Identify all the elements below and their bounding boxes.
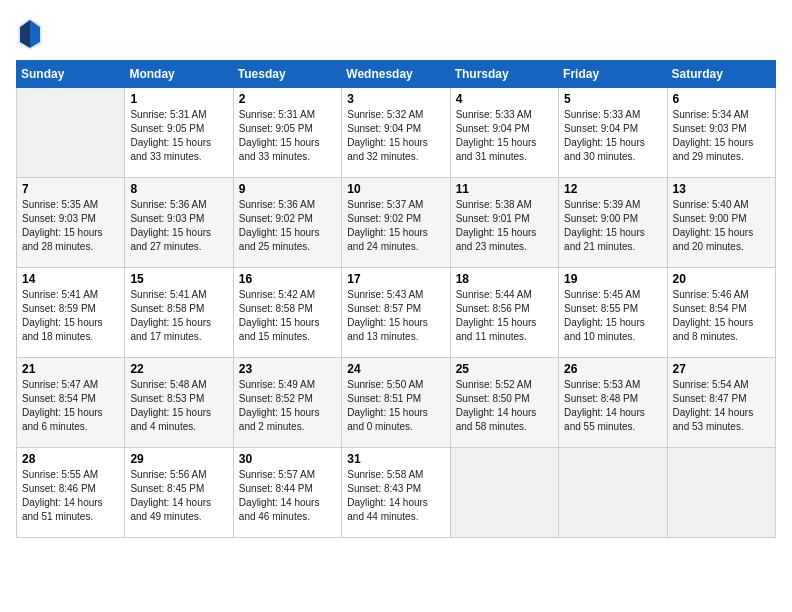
day-number: 30 <box>239 452 336 466</box>
calendar-week-1: 1Sunrise: 5:31 AMSunset: 9:05 PMDaylight… <box>17 88 776 178</box>
sunrise-text: Sunrise: 5:38 AM <box>456 198 553 212</box>
sunset-text: Sunset: 8:59 PM <box>22 302 119 316</box>
sunset-text: Sunset: 9:04 PM <box>347 122 444 136</box>
day-number: 5 <box>564 92 661 106</box>
calendar-cell: 6Sunrise: 5:34 AMSunset: 9:03 PMDaylight… <box>667 88 775 178</box>
day-info: Sunrise: 5:38 AMSunset: 9:01 PMDaylight:… <box>456 198 553 254</box>
sunset-text: Sunset: 9:03 PM <box>130 212 227 226</box>
daylight-text: Daylight: 14 hours and 49 minutes. <box>130 496 227 524</box>
sunrise-text: Sunrise: 5:42 AM <box>239 288 336 302</box>
calendar-cell: 1Sunrise: 5:31 AMSunset: 9:05 PMDaylight… <box>125 88 233 178</box>
day-info: Sunrise: 5:48 AMSunset: 8:53 PMDaylight:… <box>130 378 227 434</box>
calendar-cell <box>667 448 775 538</box>
day-info: Sunrise: 5:43 AMSunset: 8:57 PMDaylight:… <box>347 288 444 344</box>
day-number: 2 <box>239 92 336 106</box>
sunset-text: Sunset: 8:58 PM <box>239 302 336 316</box>
weekday-header-saturday: Saturday <box>667 61 775 88</box>
day-number: 31 <box>347 452 444 466</box>
calendar-cell: 15Sunrise: 5:41 AMSunset: 8:58 PMDayligh… <box>125 268 233 358</box>
calendar-week-2: 7Sunrise: 5:35 AMSunset: 9:03 PMDaylight… <box>17 178 776 268</box>
day-number: 29 <box>130 452 227 466</box>
day-number: 14 <box>22 272 119 286</box>
calendar-body: 1Sunrise: 5:31 AMSunset: 9:05 PMDaylight… <box>17 88 776 538</box>
day-info: Sunrise: 5:58 AMSunset: 8:43 PMDaylight:… <box>347 468 444 524</box>
day-info: Sunrise: 5:34 AMSunset: 9:03 PMDaylight:… <box>673 108 770 164</box>
calendar-table: SundayMondayTuesdayWednesdayThursdayFrid… <box>16 60 776 538</box>
calendar-cell: 25Sunrise: 5:52 AMSunset: 8:50 PMDayligh… <box>450 358 558 448</box>
sunset-text: Sunset: 8:54 PM <box>673 302 770 316</box>
daylight-text: Daylight: 15 hours and 4 minutes. <box>130 406 227 434</box>
sunset-text: Sunset: 9:01 PM <box>456 212 553 226</box>
sunset-text: Sunset: 9:04 PM <box>456 122 553 136</box>
daylight-text: Daylight: 15 hours and 13 minutes. <box>347 316 444 344</box>
day-info: Sunrise: 5:37 AMSunset: 9:02 PMDaylight:… <box>347 198 444 254</box>
daylight-text: Daylight: 15 hours and 20 minutes. <box>673 226 770 254</box>
day-number: 1 <box>130 92 227 106</box>
calendar-cell: 14Sunrise: 5:41 AMSunset: 8:59 PMDayligh… <box>17 268 125 358</box>
sunrise-text: Sunrise: 5:31 AM <box>239 108 336 122</box>
calendar-cell: 29Sunrise: 5:56 AMSunset: 8:45 PMDayligh… <box>125 448 233 538</box>
calendar-cell: 30Sunrise: 5:57 AMSunset: 8:44 PMDayligh… <box>233 448 341 538</box>
sunrise-text: Sunrise: 5:35 AM <box>22 198 119 212</box>
daylight-text: Daylight: 15 hours and 30 minutes. <box>564 136 661 164</box>
day-info: Sunrise: 5:49 AMSunset: 8:52 PMDaylight:… <box>239 378 336 434</box>
day-info: Sunrise: 5:50 AMSunset: 8:51 PMDaylight:… <box>347 378 444 434</box>
sunset-text: Sunset: 8:54 PM <box>22 392 119 406</box>
calendar-cell: 7Sunrise: 5:35 AMSunset: 9:03 PMDaylight… <box>17 178 125 268</box>
daylight-text: Daylight: 15 hours and 31 minutes. <box>456 136 553 164</box>
weekday-header-sunday: Sunday <box>17 61 125 88</box>
day-info: Sunrise: 5:55 AMSunset: 8:46 PMDaylight:… <box>22 468 119 524</box>
weekday-header-friday: Friday <box>559 61 667 88</box>
day-number: 3 <box>347 92 444 106</box>
day-number: 4 <box>456 92 553 106</box>
sunrise-text: Sunrise: 5:46 AM <box>673 288 770 302</box>
sunrise-text: Sunrise: 5:33 AM <box>564 108 661 122</box>
calendar-cell: 26Sunrise: 5:53 AMSunset: 8:48 PMDayligh… <box>559 358 667 448</box>
daylight-text: Daylight: 15 hours and 2 minutes. <box>239 406 336 434</box>
sunrise-text: Sunrise: 5:43 AM <box>347 288 444 302</box>
daylight-text: Daylight: 15 hours and 10 minutes. <box>564 316 661 344</box>
day-info: Sunrise: 5:35 AMSunset: 9:03 PMDaylight:… <box>22 198 119 254</box>
day-info: Sunrise: 5:36 AMSunset: 9:03 PMDaylight:… <box>130 198 227 254</box>
daylight-text: Daylight: 14 hours and 53 minutes. <box>673 406 770 434</box>
daylight-text: Daylight: 15 hours and 11 minutes. <box>456 316 553 344</box>
day-number: 10 <box>347 182 444 196</box>
sunset-text: Sunset: 9:00 PM <box>564 212 661 226</box>
day-info: Sunrise: 5:41 AMSunset: 8:58 PMDaylight:… <box>130 288 227 344</box>
sunrise-text: Sunrise: 5:40 AM <box>673 198 770 212</box>
daylight-text: Daylight: 15 hours and 33 minutes. <box>239 136 336 164</box>
sunrise-text: Sunrise: 5:53 AM <box>564 378 661 392</box>
sunset-text: Sunset: 9:05 PM <box>130 122 227 136</box>
calendar-cell: 28Sunrise: 5:55 AMSunset: 8:46 PMDayligh… <box>17 448 125 538</box>
daylight-text: Daylight: 14 hours and 46 minutes. <box>239 496 336 524</box>
sunset-text: Sunset: 8:43 PM <box>347 482 444 496</box>
calendar-cell: 12Sunrise: 5:39 AMSunset: 9:00 PMDayligh… <box>559 178 667 268</box>
daylight-text: Daylight: 15 hours and 17 minutes. <box>130 316 227 344</box>
sunrise-text: Sunrise: 5:58 AM <box>347 468 444 482</box>
sunrise-text: Sunrise: 5:47 AM <box>22 378 119 392</box>
sunrise-text: Sunrise: 5:36 AM <box>239 198 336 212</box>
daylight-text: Daylight: 15 hours and 0 minutes. <box>347 406 444 434</box>
day-info: Sunrise: 5:31 AMSunset: 9:05 PMDaylight:… <box>130 108 227 164</box>
sunrise-text: Sunrise: 5:54 AM <box>673 378 770 392</box>
day-number: 11 <box>456 182 553 196</box>
calendar-cell: 23Sunrise: 5:49 AMSunset: 8:52 PMDayligh… <box>233 358 341 448</box>
sunrise-text: Sunrise: 5:41 AM <box>130 288 227 302</box>
calendar-cell <box>450 448 558 538</box>
calendar-cell: 20Sunrise: 5:46 AMSunset: 8:54 PMDayligh… <box>667 268 775 358</box>
day-info: Sunrise: 5:56 AMSunset: 8:45 PMDaylight:… <box>130 468 227 524</box>
day-number: 27 <box>673 362 770 376</box>
sunset-text: Sunset: 9:03 PM <box>673 122 770 136</box>
sunset-text: Sunset: 9:02 PM <box>239 212 336 226</box>
sunrise-text: Sunrise: 5:39 AM <box>564 198 661 212</box>
day-info: Sunrise: 5:41 AMSunset: 8:59 PMDaylight:… <box>22 288 119 344</box>
calendar-cell: 16Sunrise: 5:42 AMSunset: 8:58 PMDayligh… <box>233 268 341 358</box>
sunset-text: Sunset: 8:48 PM <box>564 392 661 406</box>
calendar-cell: 31Sunrise: 5:58 AMSunset: 8:43 PMDayligh… <box>342 448 450 538</box>
daylight-text: Daylight: 14 hours and 58 minutes. <box>456 406 553 434</box>
sunset-text: Sunset: 8:52 PM <box>239 392 336 406</box>
daylight-text: Daylight: 15 hours and 29 minutes. <box>673 136 770 164</box>
day-number: 16 <box>239 272 336 286</box>
calendar-cell: 11Sunrise: 5:38 AMSunset: 9:01 PMDayligh… <box>450 178 558 268</box>
day-info: Sunrise: 5:31 AMSunset: 9:05 PMDaylight:… <box>239 108 336 164</box>
